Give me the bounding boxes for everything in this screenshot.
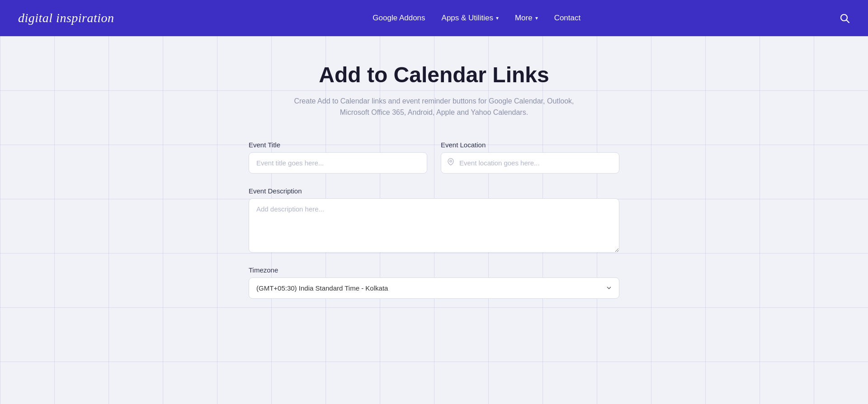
search-button[interactable] <box>839 13 850 23</box>
event-description-label: Event Description <box>249 187 619 195</box>
page-subtitle: Create Add to Calendar links and event r… <box>285 95 583 118</box>
main-nav: Google Addons Apps & Utilities ▾ More ▾ … <box>373 14 580 23</box>
form-row-3: Timezone (GMT+05:30) India Standard Time… <box>249 266 619 299</box>
timezone-group: Timezone (GMT+05:30) India Standard Time… <box>249 266 619 299</box>
nav-item-apps-utilities[interactable]: Apps & Utilities ▾ <box>442 14 499 23</box>
event-location-group: Event Location <box>441 141 619 174</box>
event-title-label: Event Title <box>249 141 427 149</box>
event-title-input[interactable] <box>249 152 427 174</box>
chevron-down-icon: ▾ <box>496 15 499 21</box>
calendar-form: Event Title Event Location <box>249 141 619 312</box>
location-input-wrapper <box>441 152 619 174</box>
event-location-input[interactable] <box>441 152 619 174</box>
timezone-select[interactable]: (GMT+05:30) India Standard Time - Kolkat… <box>249 277 619 299</box>
chevron-down-icon: ▾ <box>535 15 538 21</box>
nav-item-more[interactable]: More ▾ <box>515 14 538 23</box>
search-icon <box>839 13 850 23</box>
event-title-group: Event Title <box>249 141 427 174</box>
page-title: Add to Calendar Links <box>285 63 583 87</box>
site-logo[interactable]: digital inspiration <box>18 11 114 25</box>
timezone-label: Timezone <box>249 266 619 274</box>
page-heading-area: Add to Calendar Links Create Add to Cale… <box>285 63 583 118</box>
event-description-textarea[interactable] <box>249 198 619 253</box>
svg-line-1 <box>846 20 849 23</box>
event-location-label: Event Location <box>441 141 619 149</box>
site-header: digital inspiration Google Addons Apps &… <box>0 0 868 36</box>
main-content: Add to Calendar Links Create Add to Cale… <box>0 36 868 404</box>
nav-item-contact[interactable]: Contact <box>554 14 581 23</box>
form-row-2: Event Description <box>249 187 619 253</box>
form-row-1: Event Title Event Location <box>249 141 619 174</box>
nav-item-google-addons[interactable]: Google Addons <box>373 14 425 23</box>
event-description-group: Event Description <box>249 187 619 253</box>
